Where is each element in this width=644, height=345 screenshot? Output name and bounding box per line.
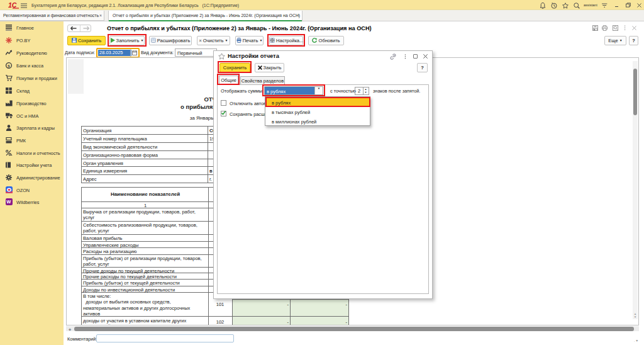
svg-text:1С: 1С bbox=[8, 2, 17, 9]
svg-text:s: s bbox=[8, 64, 10, 68]
svg-text:W: W bbox=[6, 199, 11, 205]
